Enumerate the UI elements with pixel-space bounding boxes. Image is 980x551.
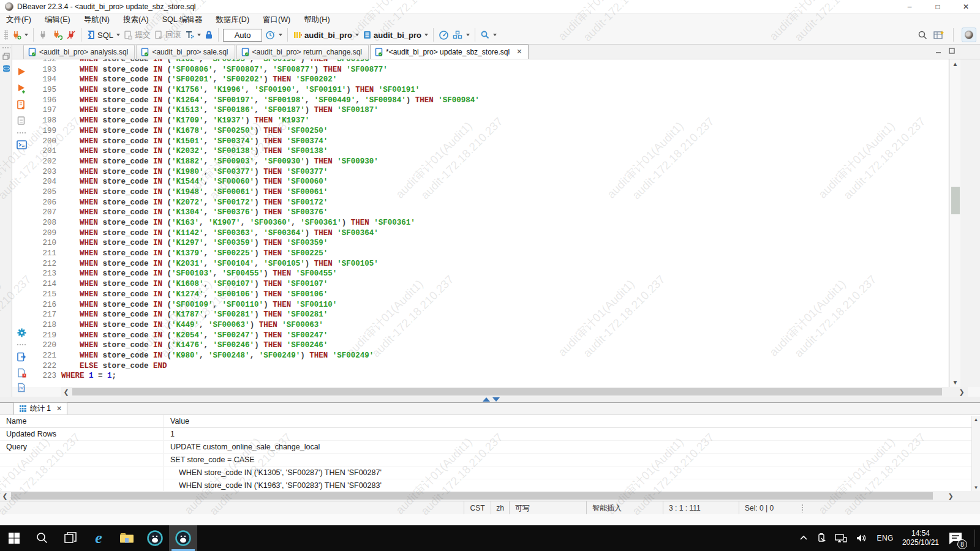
tab-update-sbz-store-sql[interactable]: *<audit_bi_pro> update_sbz_store.sql ✕ [370,44,529,59]
internet-explorer-button[interactable]: e [85,525,113,551]
sql-editor-button[interactable]: SQL [85,29,122,41]
schema-selector[interactable]: audit_bi_pro [361,29,430,41]
dashboard-button[interactable] [437,29,451,42]
scroll-down-icon[interactable]: ▼ [950,379,960,386]
code-line[interactable]: 207 WHEN store_code IN ('K1304', 'SF0037… [31,208,948,218]
task-view-button[interactable] [56,525,85,551]
scroll-left-icon[interactable]: ❮ [0,491,10,501]
code-line[interactable]: 217 WHEN store_code IN ('K1787', 'SF0028… [31,310,948,320]
code-line[interactable]: 216 WHEN store_code IN ('SF00109', 'SF00… [31,300,948,310]
code-line[interactable]: 211 WHEN store_code IN ('K1379', 'SF0022… [31,249,948,259]
code-line[interactable]: 209 WHEN store_code IN ('K1142', 'SF0036… [31,228,948,239]
dbeaver-app-button[interactable] [141,525,169,551]
code-line[interactable]: 198 WHEN store_code IN ('K1709', 'K1937'… [31,116,948,126]
code-line[interactable]: 208 WHEN store_code IN ('K163', 'K1907',… [31,218,948,228]
scroll-right-icon[interactable]: ❯ [957,387,967,397]
panel-splitter[interactable] [0,397,980,402]
code-line[interactable]: 222 ELSE store_code END [31,361,948,372]
scroll-up-icon[interactable]: ▲ [950,61,960,67]
editor-settings-gear-icon[interactable] [17,328,27,338]
table-row[interactable]: Updated Rows1 [0,428,980,441]
code-line[interactable]: 194 WHEN store_code IN ('SF00201', 'SF00… [31,75,948,85]
scrollbar-thumb[interactable] [72,388,942,395]
transaction-mode-button[interactable] [183,29,203,41]
commit-mode-select[interactable]: Auto [223,29,262,42]
code-line[interactable]: 223WHERE 1 = 1; [31,371,948,381]
code-line[interactable]: 193 WHEN store_code IN ('SF00806', 'SF00… [31,65,948,75]
table-row[interactable]: SET store_code = CASE [0,454,980,467]
tab-close-icon[interactable]: ✕ [56,405,62,413]
sql-code-editor[interactable]: 192 WHEN store_code IN ('K162', 'SF00195… [31,59,948,387]
code-line[interactable]: 219 WHEN store_code IN ('K2054', 'SF0024… [31,331,948,341]
lock-button[interactable] [203,29,215,41]
panel-horizontal-scrollbar[interactable]: ❮ ❯ [0,491,980,501]
menu-sql-editor[interactable]: SQL 编辑器 [162,15,203,25]
export-from-query-button[interactable] [17,352,26,362]
editor-vertical-scrollbar[interactable]: ▲ ▼ [949,59,960,387]
code-line[interactable]: 199 WHEN store_code IN ('K1678', 'SF0025… [31,126,948,137]
column-header-name[interactable]: Name [0,415,164,427]
code-line[interactable]: 220 WHEN store_code IN ('K1476', 'SF0024… [31,340,948,351]
file-word-wrap-icon[interactable]: (w) [17,383,26,392]
rollback-button[interactable]: 回滚 [153,28,183,42]
code-line[interactable]: 200 WHEN store_code IN ('K1501', 'SF0037… [31,137,948,147]
menu-file[interactable]: 文件(F) [6,15,31,25]
editor-horizontal-scrollbar[interactable]: ❮ ❯ [61,387,968,397]
tab-statistics-1[interactable]: 统计 1 ✕ [13,402,67,414]
file-explorer-button[interactable] [113,525,141,551]
volume-icon[interactable] [856,533,868,543]
taskbar-search-button[interactable] [28,525,56,551]
new-connection-button[interactable] [10,29,30,41]
close-button[interactable]: ✕ [952,0,980,13]
tab-analysis-sql[interactable]: <audit_bi_pro> analysis.sql [23,45,135,59]
menu-search[interactable]: 搜索(A) [123,15,149,25]
menu-help[interactable]: 帮助(H) [304,15,330,25]
status-caret-position[interactable]: 3 : 1 : 111 [663,501,739,515]
script-preview-button[interactable] [17,116,26,126]
search-button[interactable] [478,29,499,41]
menu-edit[interactable]: 编辑(E) [45,15,70,25]
code-line[interactable]: 212 WHEN store_code IN ('K2031', 'SF0010… [31,259,948,269]
scroll-left-icon[interactable]: ❮ [61,387,71,397]
usb-icon[interactable] [816,533,826,544]
input-language-indicator[interactable]: ENG [876,534,894,542]
scrollbar-thumb[interactable] [11,492,933,500]
status-insert-mode[interactable]: 智能插入 [586,501,663,515]
scroll-up-icon[interactable]: ▲ [972,417,980,422]
tab-return-change-sql[interactable]: <audit_bi_pro> return_change.sql [236,45,369,59]
sash-up-icon[interactable] [483,397,490,402]
table-row[interactable]: QueryUPDATE custom_online_sale_change_lo… [0,441,980,454]
clock[interactable]: 14:54 2025/10/21 [902,529,939,547]
tab-close-icon[interactable]: ✕ [516,48,522,56]
connection-selector[interactable]: audit_bi_pro [291,29,361,41]
code-line[interactable]: 206 WHEN store_code IN ('K2072', 'SF0017… [31,198,948,208]
database-navigator-icon[interactable] [2,64,11,73]
tray-chevron-up-icon[interactable] [799,535,808,541]
code-line[interactable]: 204 WHEN store_code IN ('K1544', 'SF0006… [31,177,948,187]
scroll-down-icon[interactable]: ▼ [972,485,980,490]
scrollbar-thumb[interactable] [951,187,960,214]
transaction-log-button[interactable] [263,29,284,42]
code-line[interactable]: 210 WHEN store_code IN ('K1297', 'SF0035… [31,238,948,249]
commit-button[interactable]: 提交 [122,28,153,42]
code-line[interactable]: 205 WHEN store_code IN ('K1948', 'SF0006… [31,187,948,198]
show-desktop-divider[interactable] [974,530,975,547]
action-center-button[interactable]: 8 [948,530,963,546]
dbeaver-app-button-active[interactable] [169,525,197,551]
code-line[interactable]: 214 WHEN store_code IN ('K1608', 'SF0010… [31,279,948,290]
execute-script-button[interactable] [17,100,26,110]
start-button[interactable] [0,525,28,551]
code-line[interactable]: 192 WHEN store_code IN ('K162', 'SF00195… [31,59,948,65]
status-writable[interactable]: 可写 [509,501,586,515]
code-line[interactable]: 203 WHEN store_code IN ('K1980', 'SF0037… [31,167,948,178]
code-line[interactable]: 218 WHEN store_code IN ('K449', 'SF00063… [31,320,948,331]
file-error-icon[interactable] [17,368,26,378]
scroll-right-icon[interactable]: ❯ [946,491,956,501]
code-line[interactable]: 202 WHEN store_code IN ('K1882', 'SF0090… [31,157,948,167]
execute-statement-button[interactable] [17,67,26,77]
code-line[interactable]: 195 WHEN store_code IN ('K1756', 'K1996'… [31,85,948,96]
tab-sale-sql[interactable]: <audit_bi_pro> sale.sql [136,45,235,59]
reconnect-button[interactable] [50,29,64,41]
panel-vertical-scrollbar[interactable]: ▲ ▼ [971,416,980,492]
minimize-pane-icon[interactable] [935,47,942,54]
